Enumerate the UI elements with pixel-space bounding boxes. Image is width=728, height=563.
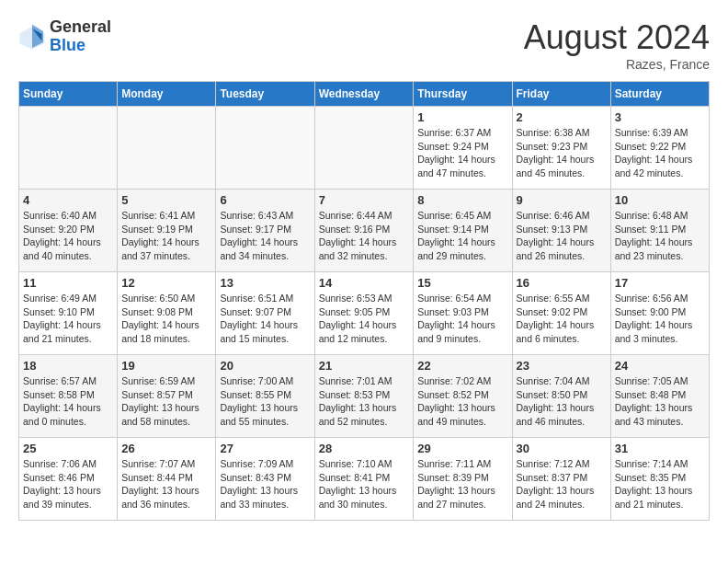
day-info: Sunrise: 6:56 AMSunset: 9:00 PMDaylight:… (615, 292, 705, 346)
calendar-cell: 7 Sunrise: 6:44 AMSunset: 9:16 PMDayligh… (314, 190, 414, 272)
day-number: 30 (517, 442, 607, 455)
day-number: 23 (517, 359, 607, 373)
day-info: Sunrise: 6:57 AMSunset: 8:58 PMDaylight:… (23, 374, 113, 429)
day-info: Sunrise: 6:44 AMSunset: 9:16 PMDaylight:… (319, 209, 410, 263)
calendar-cell: 5 Sunrise: 6:41 AMSunset: 9:19 PMDayligh… (118, 190, 216, 272)
day-info: Sunrise: 7:07 AMSunset: 8:44 PMDaylight:… (121, 457, 211, 511)
logo-text: General Blue (50, 18, 111, 55)
calendar-cell (216, 107, 314, 190)
calendar-cell: 27 Sunrise: 7:09 AMSunset: 8:43 PMDaylig… (216, 438, 314, 521)
calendar-cell: 20 Sunrise: 7:00 AMSunset: 8:55 PMDaylig… (216, 355, 314, 438)
day-number: 24 (615, 359, 705, 373)
calendar-cell: 12 Sunrise: 6:50 AMSunset: 9:08 PMDaylig… (118, 272, 216, 355)
location: Razes, France (524, 57, 710, 72)
day-info: Sunrise: 6:43 AMSunset: 9:17 PMDaylight:… (220, 209, 310, 263)
day-number: 31 (615, 442, 705, 455)
day-header-thursday: Thursday (414, 82, 512, 107)
day-info: Sunrise: 6:54 AMSunset: 9:03 PMDaylight:… (417, 292, 507, 346)
calendar-cell (314, 107, 414, 190)
day-number: 6 (220, 193, 310, 207)
day-number: 8 (417, 193, 507, 207)
month-year: August 2024 (524, 18, 710, 57)
calendar-table: SundayMondayTuesdayWednesdayThursdayFrid… (18, 81, 710, 521)
day-info: Sunrise: 6:48 AMSunset: 9:11 PMDaylight:… (615, 209, 705, 263)
calendar-cell: 14 Sunrise: 6:53 AMSunset: 9:05 PMDaylig… (314, 272, 414, 355)
day-number: 3 (615, 110, 705, 124)
logo-icon (18, 23, 46, 51)
calendar-cell: 6 Sunrise: 6:43 AMSunset: 9:17 PMDayligh… (216, 190, 314, 272)
day-number: 29 (417, 442, 507, 455)
day-number: 13 (220, 276, 310, 290)
calendar-cell: 19 Sunrise: 6:59 AMSunset: 8:57 PMDaylig… (118, 355, 216, 438)
calendar-cell: 30 Sunrise: 7:12 AMSunset: 8:37 PMDaylig… (512, 438, 610, 521)
calendar-cell: 31 Sunrise: 7:14 AMSunset: 8:35 PMDaylig… (610, 438, 709, 521)
day-number: 5 (121, 193, 211, 207)
calendar-cell: 11 Sunrise: 6:49 AMSunset: 9:10 PMDaylig… (19, 272, 118, 355)
day-info: Sunrise: 7:00 AMSunset: 8:55 PMDaylight:… (220, 374, 310, 429)
days-header-row: SundayMondayTuesdayWednesdayThursdayFrid… (19, 82, 710, 107)
day-header-monday: Monday (118, 82, 216, 107)
day-info: Sunrise: 7:09 AMSunset: 8:43 PMDaylight:… (220, 457, 310, 511)
day-info: Sunrise: 7:11 AMSunset: 8:39 PMDaylight:… (417, 457, 507, 511)
day-info: Sunrise: 6:39 AMSunset: 9:22 PMDaylight:… (615, 126, 705, 180)
day-number: 25 (23, 442, 113, 455)
title-block: August 2024 Razes, France (524, 18, 710, 72)
calendar-cell: 10 Sunrise: 6:48 AMSunset: 9:11 PMDaylig… (610, 190, 709, 272)
day-info: Sunrise: 6:40 AMSunset: 9:20 PMDaylight:… (23, 209, 113, 263)
day-header-wednesday: Wednesday (314, 82, 414, 107)
day-number: 18 (23, 359, 113, 373)
calendar-cell: 3 Sunrise: 6:39 AMSunset: 9:22 PMDayligh… (610, 107, 709, 190)
day-number: 4 (23, 193, 113, 207)
calendar-cell (118, 107, 216, 190)
calendar-week-1: 1 Sunrise: 6:37 AMSunset: 9:24 PMDayligh… (19, 107, 710, 190)
page-header: General Blue August 2024 Razes, France (18, 18, 710, 72)
calendar-cell: 23 Sunrise: 7:04 AMSunset: 8:50 PMDaylig… (512, 355, 610, 438)
day-info: Sunrise: 7:01 AMSunset: 8:53 PMDaylight:… (319, 374, 410, 429)
day-number: 2 (517, 110, 607, 124)
day-number: 10 (615, 193, 705, 207)
day-info: Sunrise: 6:45 AMSunset: 9:14 PMDaylight:… (417, 209, 507, 263)
calendar-week-2: 4 Sunrise: 6:40 AMSunset: 9:20 PMDayligh… (19, 190, 710, 272)
day-number: 1 (417, 110, 507, 124)
day-number: 16 (517, 276, 607, 290)
day-header-sunday: Sunday (19, 82, 118, 107)
day-number: 22 (417, 359, 507, 373)
day-number: 12 (121, 276, 211, 290)
calendar-cell: 9 Sunrise: 6:46 AMSunset: 9:13 PMDayligh… (512, 190, 610, 272)
logo-blue: Blue (50, 37, 111, 55)
day-info: Sunrise: 6:53 AMSunset: 9:05 PMDaylight:… (319, 292, 410, 346)
logo-general: General (50, 18, 111, 37)
logo: General Blue (18, 18, 111, 55)
day-info: Sunrise: 6:38 AMSunset: 9:23 PMDaylight:… (517, 126, 607, 180)
calendar-cell: 21 Sunrise: 7:01 AMSunset: 8:53 PMDaylig… (314, 355, 414, 438)
calendar-cell: 25 Sunrise: 7:06 AMSunset: 8:46 PMDaylig… (19, 438, 118, 521)
day-info: Sunrise: 7:10 AMSunset: 8:41 PMDaylight:… (319, 457, 410, 511)
calendar-week-4: 18 Sunrise: 6:57 AMSunset: 8:58 PMDaylig… (19, 355, 710, 438)
day-number: 14 (319, 276, 410, 290)
day-header-saturday: Saturday (610, 82, 709, 107)
day-info: Sunrise: 6:59 AMSunset: 8:57 PMDaylight:… (121, 374, 211, 429)
calendar-cell: 18 Sunrise: 6:57 AMSunset: 8:58 PMDaylig… (19, 355, 118, 438)
day-number: 28 (319, 442, 410, 455)
day-info: Sunrise: 7:04 AMSunset: 8:50 PMDaylight:… (517, 374, 607, 429)
day-number: 20 (220, 359, 310, 373)
calendar-week-5: 25 Sunrise: 7:06 AMSunset: 8:46 PMDaylig… (19, 438, 710, 521)
day-info: Sunrise: 7:06 AMSunset: 8:46 PMDaylight:… (23, 457, 113, 511)
calendar-cell: 13 Sunrise: 6:51 AMSunset: 9:07 PMDaylig… (216, 272, 314, 355)
calendar-cell: 17 Sunrise: 6:56 AMSunset: 9:00 PMDaylig… (610, 272, 709, 355)
day-number: 27 (220, 442, 310, 455)
calendar-cell: 26 Sunrise: 7:07 AMSunset: 8:44 PMDaylig… (118, 438, 216, 521)
day-info: Sunrise: 6:51 AMSunset: 9:07 PMDaylight:… (220, 292, 310, 346)
day-info: Sunrise: 6:46 AMSunset: 9:13 PMDaylight:… (517, 209, 607, 263)
day-info: Sunrise: 7:14 AMSunset: 8:35 PMDaylight:… (615, 457, 705, 511)
day-number: 26 (121, 442, 211, 455)
day-info: Sunrise: 6:37 AMSunset: 9:24 PMDaylight:… (417, 126, 507, 180)
calendar-week-3: 11 Sunrise: 6:49 AMSunset: 9:10 PMDaylig… (19, 272, 710, 355)
day-number: 17 (615, 276, 705, 290)
day-info: Sunrise: 6:55 AMSunset: 9:02 PMDaylight:… (517, 292, 607, 346)
calendar-cell: 24 Sunrise: 7:05 AMSunset: 8:48 PMDaylig… (610, 355, 709, 438)
calendar-cell: 2 Sunrise: 6:38 AMSunset: 9:23 PMDayligh… (512, 107, 610, 190)
calendar-cell: 4 Sunrise: 6:40 AMSunset: 9:20 PMDayligh… (19, 190, 118, 272)
day-number: 11 (23, 276, 113, 290)
day-info: Sunrise: 7:05 AMSunset: 8:48 PMDaylight:… (615, 374, 705, 429)
